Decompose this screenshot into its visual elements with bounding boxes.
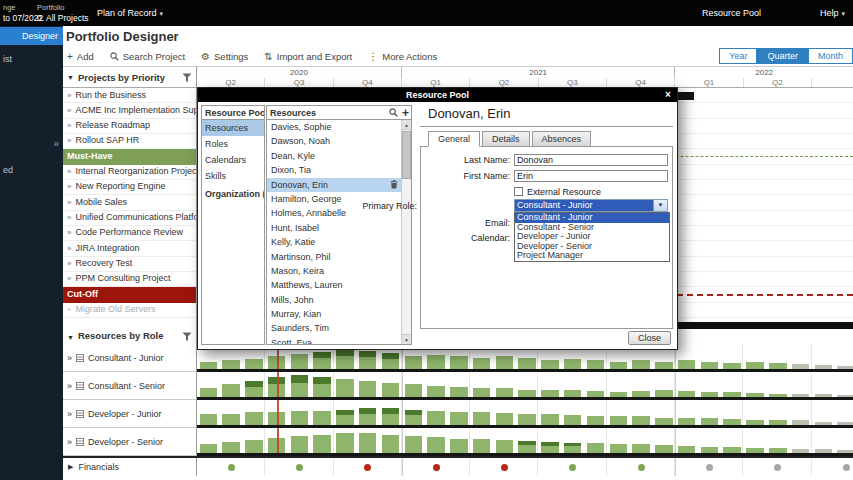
rail-item-truncated-2[interactable]: ed [0, 163, 13, 177]
priority-group-must-have[interactable]: Must-Have [63, 149, 196, 164]
project-row[interactable]: »Release Roadmap [63, 119, 196, 134]
primary-role-combobox[interactable]: Consultant - Junior ▼ [514, 199, 668, 212]
resource-list-item[interactable]: Mills, John [267, 293, 401, 307]
nav-item-roles[interactable]: Roles [202, 136, 264, 152]
utilization-bar [632, 444, 650, 453]
project-row[interactable]: »Internal Reorganization Project [63, 165, 196, 180]
project-row[interactable]: »Rollout SAP HR [63, 134, 196, 149]
resource-list-item[interactable]: Davies, Sophie [267, 120, 401, 134]
zoom-year-button[interactable]: Year [719, 48, 757, 64]
resources-panel-header[interactable]: ▼ Resources by Role [63, 318, 197, 344]
tab-general[interactable]: General [428, 131, 480, 147]
role-option[interactable]: Developer - Senior [515, 242, 669, 252]
help-label: Help [820, 8, 839, 18]
close-button[interactable]: Close [628, 331, 671, 345]
search-project-button[interactable]: Search Project [110, 51, 185, 62]
project-row-label: JIRA Integration [75, 241, 139, 256]
resource-list-item[interactable]: Kelly, Katie [267, 235, 401, 249]
tab-details[interactable]: Details [482, 131, 530, 147]
utilization-bar [678, 446, 696, 453]
utilization-bar [450, 412, 468, 425]
scroll-down-icon[interactable]: ▼ [402, 334, 411, 344]
settings-button[interactable]: ⚙ Settings [201, 51, 248, 62]
project-row[interactable]: »ACME Inc Implementation Support [63, 103, 196, 118]
project-row[interactable]: »New Reporting Engine [63, 180, 196, 195]
utilization-bar [200, 414, 218, 425]
project-row-label: Unified Communications Platform [75, 211, 196, 226]
utilization-bar [632, 391, 650, 397]
first-name-input[interactable] [514, 170, 668, 182]
resource-list-item[interactable]: Donovan, Erin [267, 178, 401, 192]
zoom-quarter-button[interactable]: Quarter [757, 48, 808, 64]
rail-item-designer[interactable]: Designer [0, 27, 63, 45]
plan-of-record-menu[interactable]: Plan of Record▾ [97, 0, 163, 26]
projects-panel-header[interactable]: ▼ Projects by Priority [63, 66, 197, 88]
resource-name: Dean, Kyle [271, 149, 315, 163]
search-icon[interactable] [389, 108, 398, 117]
dialog-title-bar[interactable]: Resource Pool × [198, 88, 677, 102]
resource-row-header[interactable]: »Developer - Junior [63, 400, 197, 428]
resources-panel-title: Resources by Role [78, 330, 178, 341]
project-row[interactable]: »Run the Business [63, 88, 196, 103]
combobox-dropdown-icon[interactable]: ▼ [653, 200, 667, 211]
nav-item-resources[interactable]: Resources [202, 120, 264, 136]
project-row[interactable]: »Recovery Test [63, 257, 196, 272]
financials-label: Financials [78, 462, 119, 472]
role-option[interactable]: Consultant - Junior [515, 213, 669, 223]
trash-icon[interactable] [390, 180, 398, 189]
resource-list-item[interactable]: Murray, Kian [267, 307, 401, 321]
more-actions-button[interactable]: ⋮ More Actions [368, 51, 437, 62]
priority-group-cut-off[interactable]: Cut-Off [63, 287, 196, 302]
help-menu[interactable]: Help▾ [820, 0, 845, 26]
resource-pool-menu[interactable]: Resource Pool [702, 0, 761, 26]
resource-list-item[interactable]: Martinson, Phil [267, 250, 401, 264]
role-option[interactable]: Developer - Junior [515, 232, 669, 242]
primary-role-value: Consultant - Junior [515, 200, 653, 211]
portfolio-selector[interactable]: Portfolio 0. All Projects [37, 2, 89, 24]
add-resource-icon[interactable]: + [402, 108, 409, 118]
resource-list-item[interactable]: Saunders, Tim [267, 321, 401, 335]
utilization-bar [245, 412, 263, 425]
close-icon[interactable]: × [662, 88, 674, 102]
utilization-bar [496, 440, 514, 453]
nav-section-organization[interactable]: Organization (OBS) [202, 186, 264, 202]
last-name-input[interactable] [514, 154, 668, 166]
external-resource-checkbox[interactable] [514, 187, 523, 196]
role-option[interactable]: Consultant - Senior [515, 223, 669, 233]
resource-row-header[interactable]: »Consultant - Junior [63, 344, 197, 372]
import-export-icon: ⇅ [264, 51, 272, 62]
resource-list-item[interactable]: Mason, Keira [267, 264, 401, 278]
rail-item-truncated-1[interactable]: ist [0, 52, 12, 66]
resource-list-item[interactable]: Matthews, Lauren [267, 278, 401, 292]
zoom-month-button[interactable]: Month [808, 48, 853, 64]
first-name-label: First Name: [421, 171, 510, 181]
resource-list-item[interactable]: Dean, Kyle [267, 149, 401, 163]
nav-item-calendars[interactable]: Calendars [202, 152, 264, 168]
resource-row-header[interactable]: »Developer - Senior [63, 428, 197, 456]
role-option[interactable]: Project Manager [515, 251, 669, 261]
resource-row-header[interactable]: »Consultant - Senior [63, 372, 197, 400]
import-export-button[interactable]: ⇅ Import and Export [264, 51, 352, 62]
scrollbar-thumb[interactable] [402, 131, 411, 179]
filter-icon[interactable] [182, 73, 192, 82]
add-button[interactable]: + Add [67, 51, 94, 62]
project-row[interactable]: »Migrate Old Servers [63, 303, 196, 318]
scroll-up-icon[interactable]: ▲ [402, 120, 411, 130]
project-row[interactable]: »PPM Consulting Project [63, 272, 196, 287]
tab-absences[interactable]: Absences [532, 131, 592, 147]
project-row[interactable]: »Code Performance Review [63, 226, 196, 241]
project-row[interactable]: »Mobile Sales [63, 195, 196, 210]
project-row[interactable]: »Unified Communications Platform [63, 211, 196, 226]
project-row[interactable]: »JIRA Integration [63, 241, 196, 256]
resource-list-item[interactable]: Scott, Eva [267, 336, 401, 344]
nav-item-skills[interactable]: Skills [202, 168, 264, 184]
resource-list-item[interactable]: Dixon, Tia [267, 163, 401, 177]
resource-list-item[interactable]: Hunt, Isabel [267, 221, 401, 235]
collapse-panel-icon[interactable]: » [53, 138, 59, 149]
resource-list-item[interactable]: Dawson, Noah [267, 134, 401, 148]
utilization-bar [222, 360, 240, 369]
expand-chevron-icon: » [67, 180, 71, 195]
filter-icon[interactable] [182, 332, 192, 341]
list-scrollbar[interactable]: ▲ ▼ [401, 120, 411, 344]
financials-row-header[interactable]: ▶ Financials [63, 458, 197, 476]
